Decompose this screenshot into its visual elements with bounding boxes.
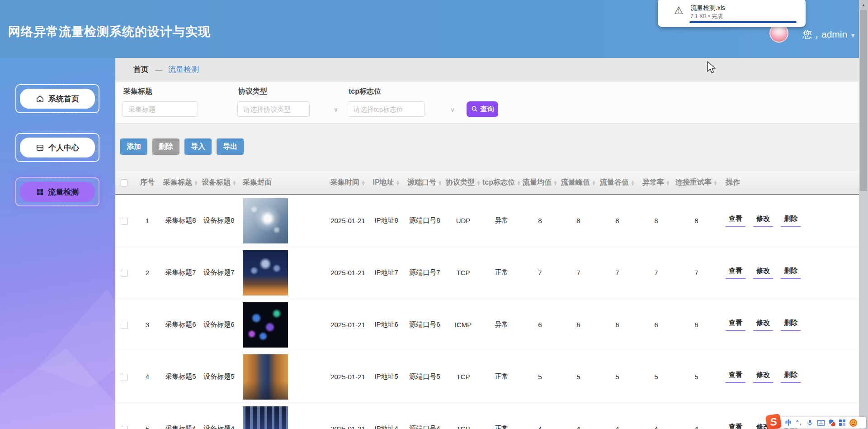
- col-peak[interactable]: 流量峰值▲▼: [559, 171, 598, 195]
- cell-valley: 8: [598, 195, 637, 247]
- row-checkbox[interactable]: [121, 270, 128, 277]
- skin-brush-icon[interactable]: [829, 419, 835, 426]
- emoji-icon[interactable]: [849, 419, 857, 427]
- sidebar-item-home[interactable]: 系统首页: [15, 84, 99, 113]
- page-scrollbar[interactable]: ▲: [859, 0, 868, 429]
- sidebar-item-traffic-detect[interactable]: 流量检测: [15, 177, 99, 206]
- sort-icon: ▲▼: [713, 180, 717, 186]
- cell-seq: 5: [133, 403, 161, 429]
- sidebar-item-label: 个人中心: [48, 143, 79, 153]
- add-button[interactable]: 添加: [120, 138, 147, 155]
- import-button[interactable]: 导入: [184, 138, 212, 155]
- view-link[interactable]: 查看: [726, 214, 745, 227]
- sidebar-item-profile[interactable]: 个人中心: [15, 133, 99, 162]
- field-label: 采集标题: [123, 87, 152, 96]
- row-checkbox[interactable]: [121, 218, 128, 225]
- cell-peak: 5: [559, 351, 598, 403]
- col-title[interactable]: 采集标题▲▼: [161, 171, 200, 195]
- home-icon: [36, 95, 44, 103]
- cell-seq: 1: [133, 195, 161, 247]
- tcpflag-select[interactable]: [348, 101, 425, 117]
- delete-link[interactable]: 删除: [781, 319, 801, 331]
- row-checkbox[interactable]: [121, 426, 128, 429]
- view-link[interactable]: 查看: [726, 423, 745, 429]
- punctuation-mode-icon[interactable]: °，: [796, 419, 803, 427]
- table-row: 1 采集标题8 设备标题8 2025-01-21 IP地址8 源端口号8 UDP…: [115, 195, 859, 247]
- view-link[interactable]: 查看: [726, 371, 745, 383]
- col-avg[interactable]: 流量均值▲▼: [521, 171, 559, 195]
- col-device[interactable]: 设备标题▲▼: [200, 171, 238, 195]
- sort-icon: ▲▼: [517, 180, 521, 186]
- delete-link[interactable]: 删除: [781, 371, 801, 383]
- scrollbar-thumb[interactable]: [860, 10, 867, 191]
- scroll-up-arrow-icon[interactable]: ▲: [859, 0, 868, 10]
- cell-device: 设备标题4: [200, 403, 238, 429]
- cell-tcpflag: 异常: [482, 299, 521, 351]
- keyboard-icon[interactable]: [817, 420, 825, 426]
- cell-port: 源端口号4: [406, 403, 444, 429]
- breadcrumb-home[interactable]: 首页: [133, 64, 149, 75]
- microphone-icon[interactable]: [807, 419, 813, 426]
- cell-title: 采集标题8: [161, 195, 200, 247]
- edit-link[interactable]: 修改: [753, 319, 773, 331]
- mouse-cursor: [706, 61, 716, 76]
- col-valley[interactable]: 流量谷值▲▼: [598, 171, 637, 195]
- col-tcpflag[interactable]: tcp标志位▲▼: [482, 171, 521, 195]
- table-row: 2 采集标题7 设备标题7 2025-01-21 IP地址7 源端口号7 TCP…: [115, 247, 859, 299]
- download-notification[interactable]: ⚠ 流量检测.xls 7.1 KB • 完成: [658, 0, 806, 27]
- edit-link[interactable]: 修改: [753, 371, 773, 383]
- sort-icon: ▲▼: [592, 180, 596, 186]
- cell-tcpflag: 正常: [482, 403, 521, 429]
- chinese-mode-icon[interactable]: 中: [785, 419, 792, 427]
- cell-retry: 8: [675, 195, 717, 247]
- cell-peak: 8: [559, 195, 598, 247]
- select-all-checkbox[interactable]: [121, 179, 128, 186]
- sogou-logo-icon[interactable]: S: [765, 414, 782, 429]
- cell-anomaly: 4: [637, 403, 675, 429]
- download-status: 7.1 KB • 完成: [690, 13, 722, 20]
- sort-icon: ▲▼: [666, 180, 670, 186]
- view-link[interactable]: 查看: [726, 319, 745, 331]
- edit-link[interactable]: 修改: [753, 214, 773, 227]
- toolbox-grid-icon[interactable]: [839, 419, 845, 426]
- export-button[interactable]: 导出: [217, 138, 244, 155]
- traffic-table: 序号 采集标题▲▼ 设备标题▲▼ 采集封面 采集时间▲▼ IP地址▲▼ 源端口号…: [115, 171, 859, 429]
- cell-anomaly: 8: [637, 195, 675, 247]
- row-checkbox[interactable]: [121, 374, 128, 381]
- table-row: 3 采集标题6 设备标题6 2025-01-21 IP地址6 源端口号6 ICM…: [115, 299, 859, 351]
- cell-seq: 3: [133, 299, 161, 351]
- ime-toolbar[interactable]: S 中 °，: [770, 417, 866, 429]
- cell-valley: 7: [598, 247, 637, 299]
- col-time[interactable]: 采集时间▲▼: [329, 171, 367, 195]
- col-anomaly[interactable]: 异常率▲▼: [637, 171, 675, 195]
- cell-seq: 4: [133, 351, 161, 403]
- breadcrumb: 首页 — 流量检测: [115, 58, 859, 81]
- cell-anomaly: 6: [637, 299, 675, 351]
- delete-button[interactable]: 删除: [152, 138, 179, 155]
- cell-peak: 6: [559, 299, 598, 351]
- cell-time: 2025-01-21: [329, 403, 367, 429]
- col-port[interactable]: 源端口号▲▼: [406, 171, 444, 195]
- query-button[interactable]: 查询: [467, 101, 498, 117]
- greeting-text: 您，admin: [802, 29, 847, 39]
- col-ip[interactable]: IP地址▲▼: [367, 171, 406, 195]
- view-link[interactable]: 查看: [726, 267, 745, 279]
- table-header-row: 序号 采集标题▲▼ 设备标题▲▼ 采集封面 采集时间▲▼ IP地址▲▼ 源端口号…: [115, 171, 859, 195]
- col-protocol[interactable]: 协议类型▲▼: [444, 171, 482, 195]
- user-greeting[interactable]: 您，admin▼: [802, 28, 856, 41]
- sort-icon: ▲▼: [476, 180, 481, 186]
- title-input[interactable]: [123, 101, 198, 117]
- edit-link[interactable]: 修改: [753, 267, 773, 279]
- row-checkbox[interactable]: [121, 322, 128, 329]
- sort-icon: ▲▼: [361, 180, 365, 186]
- sidebar-item-label: 系统首页: [48, 94, 79, 104]
- warning-icon: ⚠: [674, 5, 684, 17]
- cover-image: [243, 406, 288, 429]
- breadcrumb-current[interactable]: 流量检测: [168, 64, 199, 75]
- delete-link[interactable]: 删除: [781, 214, 801, 227]
- delete-link[interactable]: 删除: [781, 267, 801, 279]
- col-retry[interactable]: 连接重试率▲▼: [675, 171, 717, 195]
- table-row: 5 采集标题4 设备标题4 2025-01-21 IP地址4 源端口号4 TCP…: [115, 403, 859, 429]
- protocol-select[interactable]: [237, 101, 310, 117]
- cell-device: 设备标题8: [200, 195, 238, 247]
